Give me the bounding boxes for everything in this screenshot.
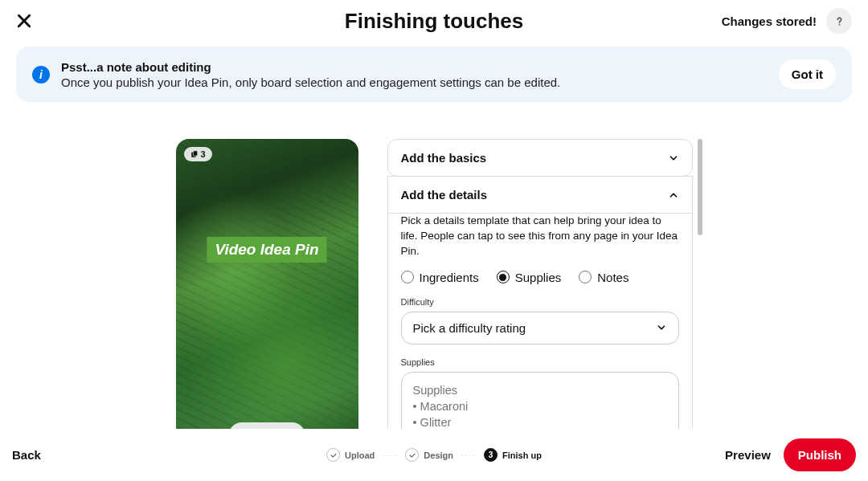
details-description: Pick a details template that can help br…: [401, 214, 679, 271]
header-left: [16, 13, 32, 29]
radio-circle-selected: [497, 271, 510, 283]
step-finish[interactable]: 3 Finish up: [484, 448, 542, 462]
section-basics-title: Add the basics: [401, 151, 487, 165]
page-count-value: 3: [201, 149, 206, 159]
publish-button[interactable]: Publish: [784, 438, 856, 471]
step-upload-circle: [326, 448, 340, 462]
section-details-title: Add the details: [401, 188, 488, 202]
pin-preview-card: 3 Video Idea Pin Edit cover: [176, 139, 358, 461]
radio-supplies[interactable]: Supplies: [497, 271, 562, 284]
svg-point-0: [838, 23, 840, 25]
page-title: Finishing touches: [345, 9, 523, 34]
svg-rect-2: [193, 151, 197, 156]
step-connector: ····: [461, 451, 476, 459]
step-upload-label: Upload: [345, 450, 375, 460]
radio-circle: [579, 271, 592, 283]
radio-circle: [401, 271, 414, 283]
step-upload[interactable]: Upload: [326, 448, 375, 462]
step-finish-label: Finish up: [502, 450, 542, 460]
difficulty-select[interactable]: Pick a difficulty rating: [401, 312, 679, 344]
template-radio-group: Ingredients Supplies Notes: [401, 271, 679, 284]
preview-image: [176, 139, 358, 461]
changes-stored-label: Changes stored!: [722, 14, 817, 28]
radio-ingredients[interactable]: Ingredients: [401, 271, 479, 284]
difficulty-label: Difficulty: [401, 297, 679, 307]
page-count-badge: 3: [184, 147, 212, 161]
got-it-button[interactable]: Got it: [779, 59, 836, 89]
header-right: Changes stored!: [722, 8, 852, 34]
scrollbar-thumb[interactable]: [698, 139, 702, 235]
step-design[interactable]: Design: [405, 448, 453, 462]
main-content: 3 Video Idea Pin Edit cover Add the basi…: [0, 102, 868, 455]
chevron-down-icon: [668, 153, 679, 164]
info-title: Psst...a note about editing: [61, 60, 560, 74]
info-icon: i: [32, 66, 50, 84]
radio-supplies-label: Supplies: [515, 271, 562, 284]
details-panel: Add the basics Add the details Pick a de…: [387, 139, 693, 455]
header: Finishing touches Changes stored!: [0, 0, 868, 42]
supplies-label: Supplies: [401, 357, 679, 367]
progress-stepper: Upload ···· Design ···· 3 Finish up: [326, 448, 542, 462]
back-button[interactable]: Back: [12, 442, 41, 468]
step-finish-circle: 3: [484, 448, 497, 462]
difficulty-value: Pick a difficulty rating: [413, 321, 526, 335]
step-design-label: Design: [424, 450, 453, 460]
help-icon[interactable]: [826, 8, 852, 34]
pages-icon: [190, 150, 199, 158]
step-design-circle: [405, 448, 419, 462]
section-details-header[interactable]: Add the details: [387, 176, 693, 214]
preview-button[interactable]: Preview: [720, 440, 776, 470]
info-banner-content: i Psst...a note about editing Once you p…: [32, 60, 560, 89]
close-icon[interactable]: [16, 13, 32, 29]
radio-ingredients-label: Ingredients: [420, 271, 479, 284]
check-icon: [408, 451, 416, 459]
info-subtitle: Once you publish your Idea Pin, only boa…: [61, 75, 560, 89]
chevron-down-icon: [656, 322, 667, 333]
info-banner: i Psst...a note about editing Once you p…: [16, 47, 852, 102]
check-icon: [330, 451, 338, 459]
section-basics-header[interactable]: Add the basics: [387, 139, 693, 177]
radio-notes-label: Notes: [597, 271, 628, 284]
footer: Back Upload ···· Design ···· 3 Finish up…: [0, 429, 868, 481]
video-idea-pin-label: Video Idea Pin: [207, 237, 326, 263]
footer-right: Preview Publish: [720, 438, 856, 471]
chevron-up-icon: [668, 190, 679, 201]
step-connector: ····: [383, 451, 397, 459]
radio-notes[interactable]: Notes: [579, 271, 628, 284]
